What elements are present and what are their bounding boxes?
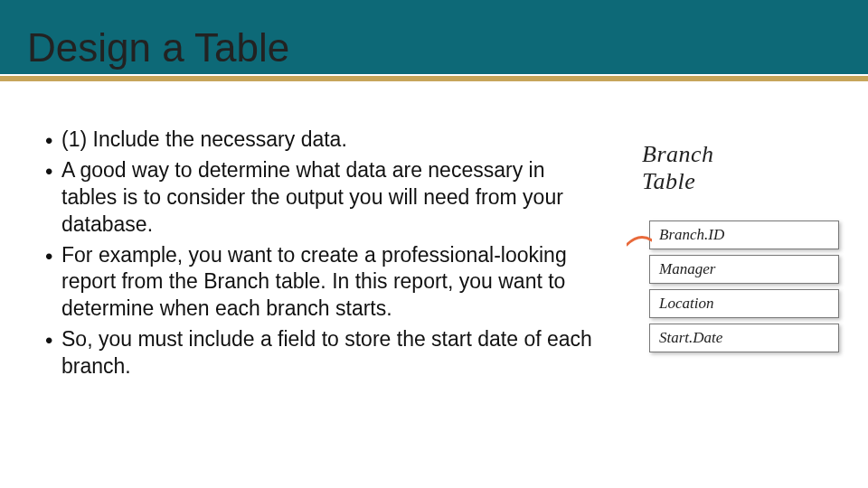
slide-title: Design a Table	[27, 25, 289, 70]
field-row-manager: Manager	[649, 255, 839, 284]
bullet-item: (1) Include the necessary data.	[45, 127, 597, 154]
bullet-item: For example, you want to create a profes…	[45, 242, 597, 324]
branch-table-figure: Branch Table Branch.ID Manager Location …	[633, 141, 841, 358]
field-row-location: Location	[649, 289, 839, 318]
content-area: (1) Include the necessary data. A good w…	[45, 127, 597, 384]
bullet-item: A good way to determine what data are ne…	[45, 157, 597, 239]
field-label: Manager	[659, 260, 715, 278]
field-row-start-date: Start.Date	[649, 324, 839, 352]
figure-caption-line: Table	[642, 168, 695, 194]
bullet-item: So, you must include a field to store th…	[45, 326, 597, 380]
field-label: Location	[659, 295, 713, 313]
figure-caption: Branch Table	[633, 141, 841, 195]
field-label: Branch.ID	[659, 226, 724, 244]
figure-caption-line: Branch	[642, 141, 714, 167]
field-row-branch-id: Branch.ID	[649, 221, 839, 249]
field-label: Start.Date	[659, 329, 722, 347]
slide: Design a Table (1) Include the necessary…	[0, 0, 868, 488]
title-underline	[0, 76, 868, 81]
highlight-connector-icon	[627, 234, 650, 236]
